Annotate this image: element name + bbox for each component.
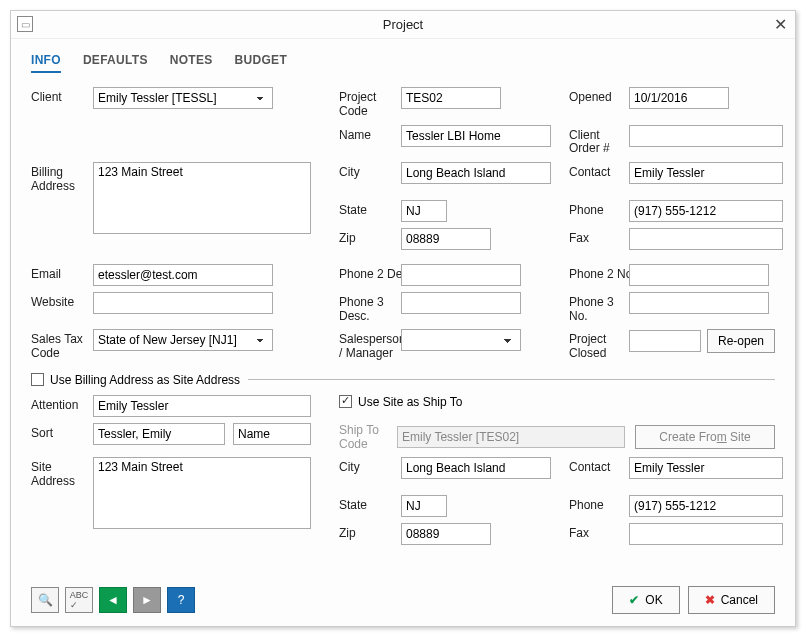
salesperson-combo[interactable] xyxy=(401,329,521,351)
attention-input[interactable] xyxy=(93,395,311,417)
tab-notes[interactable]: NOTES xyxy=(170,53,213,73)
label-client: Client xyxy=(31,87,93,105)
sales-tax-combo[interactable] xyxy=(93,329,273,351)
label-site-fax: Fax xyxy=(569,523,629,541)
use-billing-checkbox[interactable] xyxy=(31,373,44,386)
use-site-ship-label: Use Site as Ship To xyxy=(358,395,463,409)
label-project-closed: Project Closed xyxy=(569,329,629,361)
sort-by-combo[interactable]: Name xyxy=(233,423,311,445)
label-salesperson: Salesperson / Manager xyxy=(339,329,401,361)
help-icon[interactable]: ? xyxy=(167,587,195,613)
tab-defaults[interactable]: DEFAULTS xyxy=(83,53,148,73)
reopen-button[interactable]: Re-open xyxy=(707,329,775,353)
phone2no-input[interactable] xyxy=(629,264,769,286)
search-icon[interactable]: 🔍 xyxy=(31,587,59,613)
label-phone3desc: Phone 3 Desc. xyxy=(339,292,401,324)
label-zip: Zip xyxy=(339,228,401,246)
contact-input[interactable] xyxy=(629,162,783,184)
label-site-contact: Contact xyxy=(569,457,629,475)
state-input[interactable] xyxy=(401,200,447,222)
project-code-input[interactable] xyxy=(401,87,501,109)
client-order-input[interactable] xyxy=(629,125,783,147)
forward-icon[interactable]: ► xyxy=(133,587,161,613)
window-title: Project xyxy=(383,17,423,32)
label-city: City xyxy=(339,162,401,180)
label-project-code: Project Code xyxy=(339,87,401,119)
site-fax-input[interactable] xyxy=(629,523,783,545)
project-closed-input[interactable] xyxy=(629,330,701,352)
label-email: Email xyxy=(31,264,93,282)
site-address-input[interactable]: 123 Main Street xyxy=(93,457,311,529)
ship-to-combo xyxy=(397,426,625,448)
phone3desc-input[interactable] xyxy=(401,292,521,314)
site-state-input[interactable] xyxy=(401,495,447,517)
label-site-city: City xyxy=(339,457,401,475)
project-name-input[interactable] xyxy=(401,125,551,147)
label-phone: Phone xyxy=(569,200,629,218)
label-name: Name xyxy=(339,125,401,143)
label-opened: Opened xyxy=(569,87,629,105)
tab-info[interactable]: INFO xyxy=(31,53,61,73)
label-contact: Contact xyxy=(569,162,629,180)
site-city-input[interactable] xyxy=(401,457,551,479)
site-phone-input[interactable] xyxy=(629,495,783,517)
label-website: Website xyxy=(31,292,93,310)
label-attention: Attention xyxy=(31,395,93,413)
use-site-ship-checkbox[interactable] xyxy=(339,395,352,408)
tab-budget[interactable]: BUDGET xyxy=(235,53,287,73)
opened-input[interactable] xyxy=(629,87,729,109)
form-body: Client Project Code Opened Name Client O… xyxy=(11,79,795,553)
label-billing-address: Billing Address xyxy=(31,162,93,194)
label-sales-tax: Sales Tax Code xyxy=(31,329,93,361)
city-input[interactable] xyxy=(401,162,551,184)
phone3no-input[interactable] xyxy=(629,292,769,314)
client-combo[interactable] xyxy=(93,87,273,109)
close-icon[interactable]: ✕ xyxy=(774,15,787,34)
label-phone3no: Phone 3 No. xyxy=(569,292,629,324)
spellcheck-icon[interactable]: ABC✓ xyxy=(65,587,93,613)
titlebar: ▭ Project ✕ xyxy=(11,11,795,39)
sort-input[interactable] xyxy=(93,423,225,445)
create-from-site-button: Create From Site xyxy=(635,425,775,449)
label-fax: Fax xyxy=(569,228,629,246)
use-billing-label: Use Billing Address as Site Address xyxy=(50,373,240,387)
label-site-phone: Phone xyxy=(569,495,629,513)
zip-input[interactable] xyxy=(401,228,491,250)
label-site-address: Site Address xyxy=(31,457,93,489)
separator-line xyxy=(248,379,775,380)
back-icon[interactable]: ◄ xyxy=(99,587,127,613)
fax-input[interactable] xyxy=(629,228,783,250)
label-sort: Sort xyxy=(31,423,93,441)
ok-button[interactable]: ✔ OK xyxy=(612,586,679,614)
label-site-state: State xyxy=(339,495,401,513)
label-client-order: Client Order # xyxy=(569,125,629,157)
label-state: State xyxy=(339,200,401,218)
phone2desc-input[interactable] xyxy=(401,264,521,286)
phone-input[interactable] xyxy=(629,200,783,222)
site-zip-input[interactable] xyxy=(401,523,491,545)
label-ship-to: Ship To Code xyxy=(339,423,387,451)
cancel-button[interactable]: ✖ Cancel xyxy=(688,586,775,614)
project-dialog: ▭ Project ✕ INFO DEFAULTS NOTES BUDGET C… xyxy=(10,10,796,627)
email-input[interactable] xyxy=(93,264,273,286)
billing-address-input[interactable]: 123 Main Street xyxy=(93,162,311,234)
cancel-x-icon: ✖ xyxy=(705,593,715,607)
tab-strip: INFO DEFAULTS NOTES BUDGET xyxy=(11,39,795,79)
button-row: 🔍 ABC✓ ◄ ► ? ✔ OK ✖ Cancel xyxy=(31,586,775,614)
label-site-zip: Zip xyxy=(339,523,401,541)
website-input[interactable] xyxy=(93,292,273,314)
checkmark-icon: ✔ xyxy=(629,593,639,607)
app-icon: ▭ xyxy=(17,16,33,32)
site-contact-input[interactable] xyxy=(629,457,783,479)
